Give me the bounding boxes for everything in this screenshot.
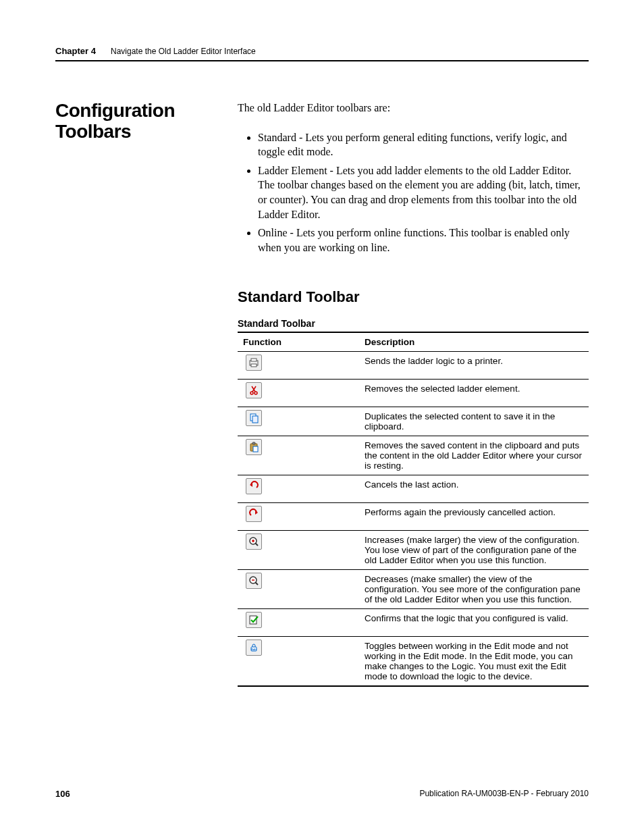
table-row: Edit Toggles between working in the Edit…	[238, 637, 589, 687]
table-row: Increases (make larger) the view of the …	[238, 531, 589, 570]
column-header-description: Description	[359, 332, 589, 352]
table-row: Decreases (make smaller) the view of the…	[238, 570, 589, 609]
cut-icon	[246, 382, 262, 398]
description-cell: Cancels the last action.	[359, 475, 589, 503]
description-cell: Confirms that the logic that you configu…	[359, 609, 589, 637]
description-cell: Performs again the previously cancelled …	[359, 503, 589, 531]
svg-line-15	[256, 544, 259, 546]
table-row: Duplicates the selected content to save …	[238, 407, 589, 436]
print-icon	[246, 355, 262, 371]
toolbar-bullet-list: Standard - Lets you perform general edit…	[258, 130, 589, 255]
description-cell: Toggles between working in the Edit mode…	[359, 637, 589, 687]
edit-mode-icon: Edit	[246, 640, 262, 656]
chapter-title: Navigate the Old Ladder Editor Interface	[111, 47, 256, 56]
svg-rect-1	[251, 359, 257, 361]
section-heading: Configuration Toolbars	[55, 101, 238, 142]
page: Chapter 4 Navigate the Old Ladder Editor…	[0, 0, 644, 834]
chapter-label: Chapter 4	[55, 46, 96, 56]
bullet-item: Ladder Element - Lets you add ladder ele…	[258, 163, 589, 221]
svg-point-4	[254, 392, 257, 394]
publication-id: Publication RA-UM003B-EN-P - February 20…	[419, 789, 589, 799]
zoom-out-icon	[246, 573, 262, 589]
svg-line-19	[256, 583, 259, 585]
svg-text:Edit: Edit	[251, 648, 257, 651]
description-cell: Decreases (make smaller) the view of the…	[359, 570, 589, 609]
svg-point-3	[250, 392, 253, 394]
bullet-item: Online - Lets you perform online functio…	[258, 226, 589, 255]
table-caption: Standard Toolbar	[238, 318, 589, 329]
column-header-function: Function	[238, 332, 359, 352]
redo-icon	[246, 506, 262, 522]
description-cell: Removes the saved content in the clipboa…	[359, 436, 589, 475]
zoom-in-icon	[246, 533, 262, 550]
paste-icon	[246, 439, 262, 455]
verify-icon	[246, 612, 262, 628]
svg-rect-11	[253, 446, 258, 452]
page-number: 106	[55, 789, 70, 799]
table-row: Performs again the previously cancelled …	[238, 503, 589, 531]
page-footer: 106 Publication RA-UM003B-EN-P - Februar…	[55, 789, 589, 799]
bullet-item: Standard - Lets you perform general edit…	[258, 130, 589, 159]
svg-rect-10	[252, 442, 255, 444]
svg-rect-2	[251, 364, 257, 367]
body: Configuration Toolbars The old Ladder Ed…	[55, 101, 589, 687]
table-row: Removes the selected ladder element.	[238, 380, 589, 407]
table-row: Removes the saved content in the clipboa…	[238, 436, 589, 475]
table-row: Confirms that the logic that you configu…	[238, 609, 589, 637]
intro-paragraph: The old Ladder Editor toolbars are:	[238, 101, 589, 115]
table-row: Cancels the last action.	[238, 475, 589, 503]
undo-icon	[246, 478, 262, 494]
svg-rect-8	[252, 416, 258, 423]
description-cell: Increases (make larger) the view of the …	[359, 531, 589, 570]
table-row: Sends the ladder logic to a printer.	[238, 352, 589, 380]
subsection-heading: Standard Toolbar	[238, 288, 589, 306]
running-header: Chapter 4 Navigate the Old Ladder Editor…	[55, 46, 589, 61]
description-cell: Sends the ladder logic to a printer.	[359, 352, 589, 380]
description-cell: Duplicates the selected content to save …	[359, 407, 589, 436]
standard-toolbar-table: Function Description Sends the ladder lo…	[238, 332, 589, 687]
copy-icon	[246, 410, 262, 426]
description-cell: Removes the selected ladder element.	[359, 380, 589, 407]
